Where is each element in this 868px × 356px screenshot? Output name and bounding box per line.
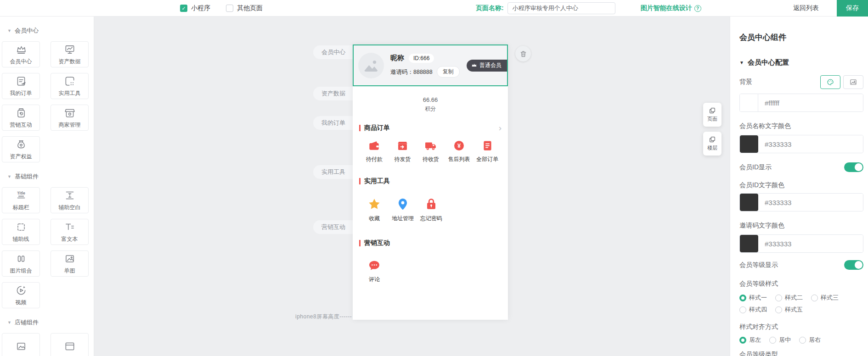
crown-icon [471, 62, 477, 68]
component-card-marketing[interactable]: 营销互动 [2, 105, 40, 131]
save-button[interactable]: 保存 [837, 0, 868, 17]
component-card-my-orders[interactable]: 我的订单 [2, 73, 40, 99]
radio-align-center[interactable]: 居中 [769, 336, 791, 344]
copy-button[interactable]: 复制 [437, 66, 460, 78]
id-color-label: 会员ID文字颜色 [739, 181, 863, 189]
background-color-mode-button[interactable] [820, 75, 840, 89]
member-card-component[interactable]: 昵称 ID:666 邀请码：888888 复制 普通会员 [353, 44, 508, 86]
invite-color-label: 邀请码文字颜色 [739, 222, 863, 230]
smart-design-label: 图片智能在线设计 [641, 4, 692, 12]
component-card-title-bar[interactable]: Title 标题栏 [2, 187, 40, 213]
order-item-unpaid[interactable]: 待付款 [360, 139, 389, 163]
radio-style-3[interactable]: 样式三 [811, 294, 839, 302]
sidebar-section-basic[interactable]: ▼ 基础组件 [0, 162, 94, 187]
invite-color-input[interactable] [758, 235, 863, 252]
member-config-section-header[interactable]: ▼ 会员中心配置 [739, 58, 863, 67]
smart-design-link[interactable]: 图片智能在线设计 ? [641, 4, 701, 12]
checkbox-other-pages[interactable]: 其他页面 [226, 4, 263, 12]
order-item-all[interactable]: 全部订单 [473, 139, 502, 163]
phone-preview: 昵称 ID:666 邀请码：888888 复制 普通会员 66.66 积分 [353, 44, 508, 320]
background-color-swatch[interactable] [740, 94, 758, 111]
component-card-merchant[interactable]: 商家管理 [51, 105, 89, 131]
marketing-section-component[interactable]: 营销互动 评论 [353, 239, 508, 284]
background-color-input[interactable] [758, 94, 863, 111]
component-label-marketing[interactable]: 营销互动 [313, 220, 353, 234]
back-to-list-button[interactable]: 返回列表 [785, 0, 827, 17]
tool-item-password[interactable]: 忘记密码 [417, 197, 445, 222]
component-card-single-image[interactable]: 单图 [51, 250, 89, 277]
order-item-to-receive[interactable]: 待收货 [417, 139, 445, 163]
help-icon[interactable]: ? [694, 5, 701, 12]
component-card-image-group[interactable]: 图片组合 [2, 250, 40, 277]
chevron-right-icon: › [499, 125, 502, 131]
component-card-rich-text[interactable]: 富文本 [51, 219, 89, 245]
radio-icon [769, 337, 776, 344]
tool-item-address[interactable]: 地址管理 [389, 197, 417, 222]
orders-section-component[interactable]: 商品订单 › 待付款 待发货 待收货 [353, 124, 508, 163]
component-card-guide-line[interactable]: 辅助线 [2, 219, 40, 245]
radio-style-5[interactable]: 样式五 [775, 306, 803, 314]
order-item-aftersales[interactable]: ¥ 售后列表 [445, 139, 473, 163]
pages-button[interactable]: 页面 [703, 103, 721, 127]
floors-button[interactable]: 楼层 [703, 132, 721, 156]
floors-icon [709, 136, 716, 143]
component-card-asset-rights[interactable]: 资产权益 [2, 136, 40, 162]
component-card-asset-data[interactable]: 资产数据 [51, 41, 89, 67]
name-color-input[interactable] [758, 135, 863, 153]
tools-section-component[interactable]: 实用工具 收藏 地址管理 忘记密码 [353, 177, 508, 222]
invite-code-text: 邀请码：888888 [390, 68, 433, 76]
radio-style-2[interactable]: 样式二 [775, 294, 803, 302]
component-label-my-orders[interactable]: 我的订单 [313, 116, 353, 130]
component-card-store-1[interactable] [2, 333, 40, 356]
order-item-to-ship[interactable]: 待发货 [389, 139, 417, 163]
id-color-input[interactable] [758, 194, 863, 211]
id-display-toggle[interactable] [844, 162, 863, 172]
component-sidebar: ▼ 会员中心 会员中心 资产数据 我的订单 实用工具 营销互动 [0, 17, 94, 356]
level-display-label: 会员等级显示 [739, 261, 778, 269]
radio-style-1[interactable]: 样式一 [739, 294, 767, 302]
component-card-tools[interactable]: 实用工具 [51, 73, 89, 99]
wallet-icon [368, 139, 380, 152]
checkbox-mini-program-label: 小程序 [191, 4, 210, 12]
invite-color-swatch[interactable] [740, 235, 758, 252]
background-image-mode-button[interactable] [843, 75, 863, 89]
collapse-triangle-icon: ▼ [739, 60, 744, 65]
marketing-item-comment[interactable]: 评论 [360, 259, 389, 284]
store-image-icon [15, 340, 27, 352]
asset-data-component[interactable]: 66.66 积分 [353, 96, 508, 113]
component-card-video[interactable]: 视频 [2, 282, 40, 308]
id-color-swatch[interactable] [740, 194, 758, 211]
invite-color-field [739, 234, 863, 253]
radio-align-left[interactable]: 居左 [739, 336, 761, 344]
checkbox-mini-program[interactable]: ✓ 小程序 [180, 4, 210, 12]
component-card-member-center[interactable]: 会员中心 [2, 41, 40, 67]
trash-icon [519, 50, 527, 58]
tools-section-title: 实用工具 [364, 177, 390, 185]
sidebar-section-store[interactable]: ▼ 店铺组件 [0, 308, 94, 333]
tool-item-favorites[interactable]: 收藏 [360, 197, 389, 222]
section-bar [359, 178, 361, 184]
component-card-store-2[interactable] [51, 333, 89, 356]
component-label-tools[interactable]: 实用工具 [313, 165, 353, 179]
radio-icon [775, 306, 782, 313]
style-align-options: 居左 居中 居右 [739, 336, 863, 344]
page-name-label: 页面名称: [476, 4, 504, 12]
member-nickname: 昵称 [390, 54, 404, 62]
sidebar-section-member[interactable]: ▼ 会员中心 [0, 17, 94, 41]
delete-component-button[interactable] [515, 46, 531, 61]
rich-text-icon [64, 221, 76, 233]
crown-icon [15, 44, 27, 56]
radio-icon [739, 306, 746, 313]
page-name-input[interactable] [507, 2, 615, 14]
component-card-spacer[interactable]: 辅助空白 [51, 187, 89, 213]
name-color-swatch[interactable] [740, 135, 758, 153]
component-label-asset-data[interactable]: 资产数据 [313, 87, 353, 100]
component-label-member-center[interactable]: 会员中心 [313, 45, 353, 59]
video-icon [15, 284, 27, 296]
radio-style-4[interactable]: 样式四 [739, 306, 767, 314]
store-card-icon [64, 340, 76, 352]
radio-icon [775, 295, 782, 301]
spacer-icon [64, 189, 76, 201]
radio-align-right[interactable]: 居右 [799, 336, 821, 344]
level-display-toggle[interactable] [844, 260, 863, 270]
